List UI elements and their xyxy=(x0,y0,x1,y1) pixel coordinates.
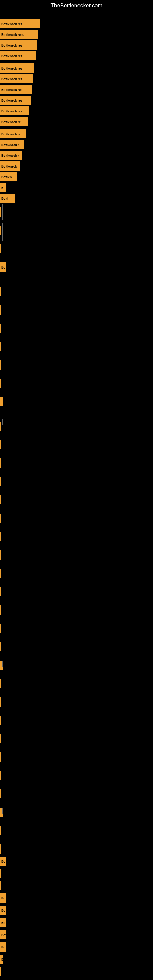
bar-label: Bo xyxy=(0,262,5,272)
list-item: Bo xyxy=(0,262,5,272)
bar-label: Bottleneck resu xyxy=(0,30,38,39)
bar-label: Bott xyxy=(0,942,6,951)
bar-tick xyxy=(0,752,1,762)
bar-tick xyxy=(0,642,1,651)
list-item: Bottleneck re xyxy=(0,117,27,126)
bar-tick xyxy=(0,679,1,688)
bar-label: Bottleneck res xyxy=(0,64,34,73)
bar-label: Bottleneck res xyxy=(0,19,40,28)
list-item: Bottleneck re xyxy=(0,129,26,138)
list-item: Bottleneck res xyxy=(0,19,40,28)
bar-tick xyxy=(0,587,1,596)
bar-tick xyxy=(0,244,1,253)
bar-label: Bottleneck res xyxy=(0,85,32,94)
list-item: B xyxy=(0,183,5,192)
bar-tick xyxy=(0,440,1,449)
bar-tick xyxy=(0,305,1,315)
bar-tick xyxy=(0,226,1,235)
bar-tick xyxy=(0,771,1,780)
bar-tick xyxy=(0,342,1,351)
vertical-line xyxy=(2,808,3,814)
bar-tick xyxy=(0,550,1,560)
bar-tick xyxy=(0,869,1,878)
list-item: Bott xyxy=(0,930,6,939)
list-item: Bottleneck res xyxy=(0,106,29,115)
list-item: Bo xyxy=(0,893,5,902)
bar-tick xyxy=(0,532,1,541)
bar-label: B xyxy=(0,183,5,192)
list-item: Bottleneck res xyxy=(0,40,37,49)
list-item: Bottleneck res xyxy=(0,51,36,60)
list-item: Bo xyxy=(0,905,5,915)
bar-tick xyxy=(0,605,1,615)
bar-tick xyxy=(0,569,1,578)
bar-tick xyxy=(0,826,1,835)
bar-tick xyxy=(0,789,1,799)
list-item: Bottleneck res xyxy=(0,95,30,105)
bar-tick xyxy=(0,967,1,976)
bar-label: Bottleneck r xyxy=(0,151,22,160)
bar-label: Bottleneck res xyxy=(0,51,36,60)
bar-label: Bottleneck re xyxy=(0,117,27,126)
bar-tick xyxy=(0,624,1,633)
bar-tick xyxy=(0,844,1,854)
bar-tick xyxy=(0,734,1,743)
list-item: Bo xyxy=(0,918,5,927)
bar-label: Bo xyxy=(0,918,5,927)
bar-label: Bo xyxy=(0,893,5,902)
list-item: Bottleneck xyxy=(0,161,20,170)
bar-label: Bottleneck res xyxy=(0,106,29,115)
bar-tick xyxy=(0,495,1,504)
bar-label: Bottleneck xyxy=(0,161,20,170)
list-item xyxy=(0,397,3,406)
site-title: TheBottlenecker.com xyxy=(0,0,153,11)
list-item: Bottleneck resu xyxy=(0,30,38,39)
bar-label: Bottleneck re xyxy=(0,129,26,138)
vertical-line xyxy=(2,660,3,667)
bar-label: B xyxy=(0,955,3,964)
bar-tick xyxy=(0,324,1,333)
vertical-line xyxy=(2,223,3,241)
bar-label xyxy=(0,397,3,406)
bar-tick xyxy=(0,477,1,486)
bar-label: Bo xyxy=(0,857,5,866)
bar-tick xyxy=(0,287,1,296)
list-item: Bottlen xyxy=(0,172,17,181)
bar-tick xyxy=(0,514,1,523)
bar-tick xyxy=(0,422,1,431)
bar-tick xyxy=(0,207,1,216)
list-item: Bottleneck res xyxy=(0,64,34,73)
list-item: Bottleneck res xyxy=(0,85,32,94)
vertical-line xyxy=(2,418,3,425)
vertical-line xyxy=(2,204,3,220)
bar-tick xyxy=(0,379,1,388)
list-item: Bo xyxy=(0,857,5,866)
bar-label: Bottleneck res xyxy=(0,74,33,83)
bar-tick xyxy=(0,881,1,890)
bar-label: Bott xyxy=(0,930,6,939)
bar-tick xyxy=(0,360,1,370)
bar-label: Bottlen xyxy=(0,172,17,181)
list-item: Bottl xyxy=(0,194,15,203)
bar-label: Bottleneck r xyxy=(0,140,24,149)
bar-label: Bo xyxy=(0,905,5,915)
bar-label: Bottleneck res xyxy=(0,95,30,105)
list-item: Bott xyxy=(0,942,6,951)
bar-label: Bottl xyxy=(0,194,15,203)
bar-tick xyxy=(0,458,1,468)
list-item: Bottleneck r xyxy=(0,151,22,160)
list-item: Bottleneck r xyxy=(0,140,24,149)
list-item: Bottleneck res xyxy=(0,74,33,83)
list-item: B xyxy=(0,955,3,964)
bar-tick xyxy=(0,697,1,706)
bar-tick xyxy=(0,716,1,725)
bar-label: Bottleneck res xyxy=(0,40,37,49)
